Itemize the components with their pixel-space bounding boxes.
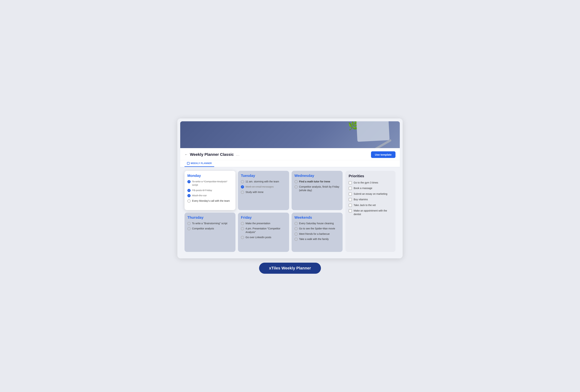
- priority-checkbox[interactable]: [349, 198, 352, 201]
- tab-bar: WEEKLY PLANNER: [180, 160, 400, 167]
- task-checkbox[interactable]: [187, 222, 191, 225]
- task-text: Every Monday's call with the team: [192, 199, 233, 203]
- bottom-cta-area: xTiles Weekly Planner: [259, 263, 321, 274]
- task-text: Meet friends for a barbecue: [299, 232, 340, 236]
- priority-text: Book a massage: [354, 187, 372, 190]
- task-text: Go to see the Spider-Man movie: [299, 227, 340, 230]
- tuesday-card: Tuesday 11 am. storming with the team ✓ …: [238, 171, 289, 210]
- priority-item: Go to the gym 3 times: [349, 181, 392, 185]
- list-item: Every Saturday house cleaning: [294, 222, 340, 225]
- list-item: Find a math tutor for Irene: [294, 180, 340, 184]
- list-item: Study with Irene: [241, 191, 286, 194]
- task-checkbox[interactable]: [241, 180, 244, 183]
- list-item: To write a "Brainstorming" script: [187, 222, 233, 225]
- task-checkbox[interactable]: [294, 232, 298, 236]
- tab-icon: [187, 162, 189, 165]
- task-checkbox[interactable]: [294, 185, 298, 189]
- priority-item: Book a massage: [349, 187, 392, 190]
- header-bar: ← Weekly Planner Classic ... Use templat…: [180, 148, 400, 160]
- task-checkbox[interactable]: ✓: [187, 194, 191, 197]
- header-left: ← Weekly Planner Classic ...: [184, 152, 240, 157]
- weekends-title: Weekends: [294, 215, 340, 220]
- page-title: Weekly Planner Classic: [190, 152, 234, 157]
- task-text: To write a "Competitor Analysis" script: [192, 180, 233, 187]
- priority-item: Submit an essay on marketing: [349, 192, 392, 196]
- task-text: 11 am. storming with the team: [246, 180, 286, 184]
- task-checkbox[interactable]: ✓: [187, 189, 191, 192]
- task-checkbox[interactable]: [294, 180, 298, 183]
- pen-decoration: [372, 139, 392, 148]
- priority-item: Make an appointment with the dentist: [349, 209, 392, 216]
- tab-weekly-planner[interactable]: WEEKLY PLANNER: [184, 160, 214, 167]
- priority-text: Go to the gym 3 times: [354, 181, 378, 185]
- task-text: Every Saturday house cleaning: [299, 222, 340, 225]
- task-checkbox[interactable]: [241, 191, 244, 194]
- list-item: 11 am. storming with the team: [241, 180, 286, 184]
- list-item: ✓ Work on email messages: [241, 185, 286, 189]
- task-checkbox[interactable]: [241, 227, 244, 230]
- priorities-title: Priorities: [349, 174, 392, 178]
- list-item: 4 pm. Presentation "Competitor Analysis": [241, 227, 286, 234]
- priority-text: Buy vitamins: [354, 198, 368, 201]
- thursday-title: Thursday: [187, 215, 233, 220]
- thursday-card: Thursday To write a "Brainstorming" scri…: [184, 213, 235, 252]
- use-template-button[interactable]: Use template: [371, 151, 396, 158]
- priority-checkbox[interactable]: [349, 204, 352, 207]
- weekends-card: Weekends Every Saturday house cleaning G…: [291, 213, 343, 252]
- monday-card: Monday ✓ To write a "Competitor Analysis…: [184, 171, 235, 210]
- list-item: Go to see the Spider-Man movie: [294, 227, 340, 230]
- task-text: Take a walk with the family: [299, 237, 340, 241]
- priority-text: Take Jack to the vet: [354, 203, 376, 207]
- list-item: Competitor analysis, finish by Friday (w…: [294, 185, 340, 192]
- priority-checkbox[interactable]: [349, 209, 352, 212]
- task-checkbox[interactable]: [294, 222, 298, 225]
- wednesday-title: Wednesday: [294, 174, 340, 178]
- hero-banner: 🌿: [180, 121, 400, 148]
- priority-checkbox[interactable]: [349, 187, 352, 190]
- tuesday-title: Tuesday: [241, 174, 286, 178]
- priority-text: Submit an essay on marketing: [354, 192, 387, 196]
- list-item: Go over LinkedIn posts: [241, 236, 286, 239]
- list-item: ✓ To write a "Competitor Analysis" scrip…: [187, 180, 233, 187]
- monday-title: Monday: [187, 174, 233, 178]
- priority-item: Buy vitamins: [349, 198, 392, 201]
- list-item: Competitor analysis: [187, 227, 233, 230]
- task-checkbox[interactable]: [294, 238, 298, 241]
- task-text: Wash the car: [192, 194, 233, 197]
- tab-label: WEEKLY PLANNER: [191, 162, 212, 165]
- back-button[interactable]: ←: [184, 153, 188, 157]
- more-options-button[interactable]: ...: [236, 153, 240, 157]
- days-grid: Monday ✓ To write a "Competitor Analysis…: [184, 171, 343, 252]
- task-checkbox[interactable]: [294, 227, 298, 230]
- task-text: Make the presentation: [246, 222, 286, 225]
- task-text: To write a "Brainstorming" script: [192, 222, 233, 225]
- task-checkbox[interactable]: ✓: [241, 185, 244, 189]
- priority-checkbox[interactable]: [349, 193, 352, 196]
- list-item: Every Monday's call with the team: [187, 199, 233, 203]
- task-checkbox[interactable]: [187, 227, 191, 230]
- task-text: 4 pm. Presentation "Competitor Analysis": [246, 227, 286, 234]
- plant-decoration: 🌿: [348, 121, 359, 136]
- list-item: Meet friends for a barbecue: [294, 232, 340, 236]
- bottom-cta-button[interactable]: xTiles Weekly Planner: [259, 263, 321, 274]
- content-area: ← Weekly Planner Classic ... Use templat…: [180, 148, 400, 256]
- friday-card: Friday Make the presentation 4 pm. Prese…: [238, 213, 289, 252]
- priorities-panel: Priorities Go to the gym 3 times Book a …: [345, 171, 396, 252]
- list-item: Make the presentation: [241, 222, 286, 225]
- task-text: Competitor analysis: [192, 227, 233, 230]
- task-text: Study with Irene: [246, 191, 286, 194]
- task-checkbox[interactable]: [187, 199, 191, 203]
- task-checkbox[interactable]: [241, 222, 244, 225]
- friday-title: Friday: [241, 215, 286, 220]
- wednesday-card: Wednesday Find a math tutor for Irene Co…: [291, 171, 343, 210]
- task-text: FB posts til Friday: [192, 189, 233, 192]
- priority-item: Take Jack to the vet: [349, 203, 392, 207]
- main-content: Monday ✓ To write a "Competitor Analysis…: [180, 167, 400, 256]
- task-checkbox[interactable]: [241, 236, 244, 239]
- task-checkbox[interactable]: ✓: [187, 180, 191, 183]
- task-text: Go over LinkedIn posts: [246, 236, 286, 239]
- main-container: 🌿 ← Weekly Planner Classic ... Use templ…: [177, 118, 403, 258]
- priority-checkbox[interactable]: [349, 181, 352, 184]
- task-text: Competitor analysis, finish by Friday (w…: [299, 185, 340, 192]
- list-item: ✓ Wash the car: [187, 194, 233, 197]
